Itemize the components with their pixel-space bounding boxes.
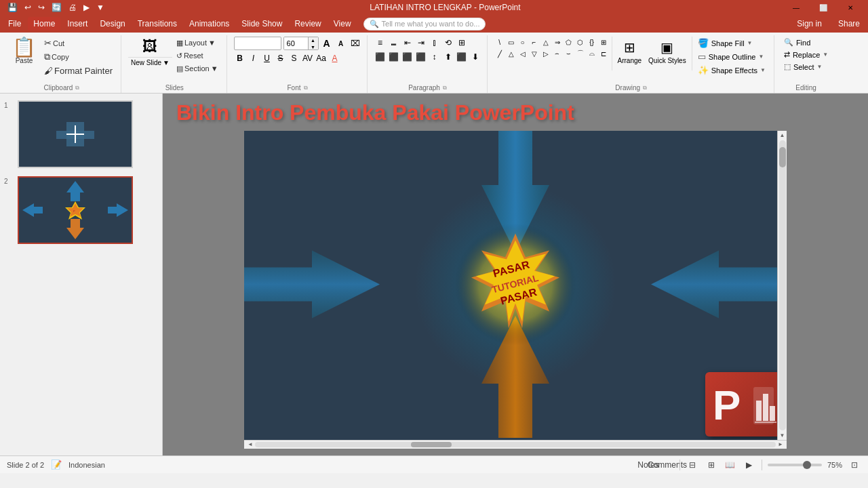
strikethrough-button[interactable]: S — [275, 52, 287, 64]
customize-arrow-icon[interactable]: ▼ — [94, 1, 106, 14]
menu-design[interactable]: Design — [94, 17, 130, 30]
text-align-bot-button[interactable]: ⬇ — [469, 51, 481, 63]
layout-button[interactable]: ▦ Layout ▼ — [174, 37, 221, 49]
shape-line[interactable]: \ — [494, 37, 505, 47]
shape-7[interactable]: {} — [587, 37, 597, 47]
slideshow-button[interactable]: ▶ — [743, 459, 756, 471]
reset-button[interactable]: ↺ Reset — [174, 49, 221, 62]
char-spacing-button[interactable]: AV — [302, 52, 314, 64]
autosave-icon[interactable]: 🔄 — [50, 1, 64, 14]
scroll-thumb[interactable] — [779, 147, 786, 167]
restore-button[interactable]: ⬜ — [811, 0, 835, 15]
clear-format-button[interactable]: ⌧ — [349, 37, 361, 49]
grow-font-button[interactable]: A — [321, 37, 333, 49]
menu-home[interactable]: Home — [28, 17, 60, 30]
format-painter-button[interactable]: 🖌 Format Painter — [41, 64, 115, 77]
select-button[interactable]: ⬚ Select ▼ — [781, 61, 831, 73]
save-icon[interactable]: 💾 — [5, 1, 20, 14]
comments-button[interactable]: Comments — [660, 459, 674, 471]
shape-a4[interactable]: ▽ — [529, 48, 540, 59]
notes-icon[interactable]: 📝 — [51, 460, 62, 470]
menu-view[interactable]: View — [328, 17, 357, 30]
italic-button[interactable]: I — [248, 52, 260, 64]
shape-rect[interactable]: ▭ — [506, 37, 517, 47]
shape-a7[interactable]: ⌣ — [564, 48, 574, 59]
slide-thumbnail-1[interactable]: 1 — [3, 99, 159, 169]
menu-animations[interactable]: Animations — [184, 17, 235, 30]
shape-corner[interactable]: ⌐ — [529, 37, 540, 47]
shape-tri[interactable]: △ — [540, 37, 551, 47]
zoom-slider[interactable] — [768, 464, 822, 466]
underline-button[interactable]: U — [261, 52, 273, 64]
font-name-input[interactable] — [234, 37, 281, 50]
new-slide-button[interactable]: 🖼 New Slide ▼ — [128, 37, 172, 68]
bullets-button[interactable]: ≡ — [374, 37, 387, 49]
redo-icon[interactable]: ↪ — [36, 1, 47, 14]
signin-button[interactable]: Sign in — [791, 17, 827, 30]
h-scroll-right-button[interactable]: ► — [776, 441, 785, 449]
font-expand-icon[interactable]: ⧉ — [304, 85, 308, 92]
shape-outline-button[interactable]: ▭ Shape Outline ▼ — [695, 50, 768, 63]
slide-sorter-button[interactable]: ⊞ — [705, 459, 718, 471]
font-size-decrease[interactable]: ▼ — [309, 43, 318, 50]
text-align-top-button[interactable]: ⬆ — [442, 51, 454, 63]
cut-button[interactable]: ✂ Cut — [41, 37, 115, 49]
menu-review[interactable]: Review — [289, 17, 326, 30]
replace-button[interactable]: ⇄ Replace ▼ — [781, 49, 831, 60]
normal-view-button[interactable]: ⊟ — [686, 459, 699, 471]
justify-button[interactable]: ⬛ — [415, 51, 427, 63]
shape-a9[interactable]: ⌓ — [587, 48, 597, 59]
tell-me-box[interactable]: 🔍 Tell me what you want to do... — [363, 18, 486, 30]
shrink-font-button[interactable]: A — [335, 37, 347, 49]
bold-button[interactable]: B — [234, 52, 246, 64]
decrease-indent-button[interactable]: ⇤ — [401, 37, 414, 49]
present-icon[interactable]: ▶ — [81, 1, 92, 14]
drawing-expand-icon[interactable]: ⧉ — [643, 85, 647, 92]
fit-slide-button[interactable]: ⊡ — [848, 459, 861, 471]
shape-5[interactable]: ⬠ — [564, 37, 574, 47]
font-size-input[interactable] — [284, 37, 308, 49]
slide-thumbnail-2[interactable]: 2 P — [3, 175, 159, 245]
line-spacing-button[interactable]: ↕ — [429, 51, 441, 63]
scroll-up-button[interactable]: ▲ — [778, 131, 787, 139]
h-scroll-left-button[interactable]: ◄ — [245, 441, 255, 449]
shape-a10[interactable]: ⊏ — [598, 48, 609, 59]
shape-a1[interactable]: ╱ — [494, 48, 505, 59]
text-direction-button[interactable]: ⟲ — [442, 37, 454, 49]
menu-transitions[interactable]: Transitions — [132, 17, 182, 30]
shape-a2[interactable]: △ — [506, 48, 517, 59]
minimize-button[interactable]: — — [784, 0, 808, 15]
textshadow-button[interactable]: S — [288, 52, 300, 64]
menu-insert[interactable]: Insert — [62, 17, 93, 30]
menu-file[interactable]: File — [3, 17, 26, 30]
numbering-button[interactable]: ⑉ — [388, 37, 400, 49]
align-center-button[interactable]: ⬛ — [388, 51, 400, 63]
columns-button[interactable]: ⫿ — [429, 37, 441, 49]
clipboard-expand-icon[interactable]: ⧉ — [75, 85, 79, 92]
zoom-thumb[interactable] — [803, 461, 811, 469]
scroll-down-button[interactable]: ▼ — [778, 432, 787, 440]
share-button[interactable]: Share — [833, 17, 865, 30]
align-left-button[interactable]: ⬛ — [374, 51, 387, 63]
close-button[interactable]: ✕ — [838, 0, 863, 15]
case-button[interactable]: Aa — [315, 52, 328, 64]
section-button[interactable]: ▤ Section ▼ — [174, 62, 221, 75]
h-scroll-thumb[interactable] — [411, 442, 452, 447]
shape-more[interactable]: ⊞ — [598, 37, 609, 47]
shape-arrow[interactable]: ⇒ — [552, 37, 563, 47]
font-size-increase[interactable]: ▲ — [309, 37, 318, 43]
shape-a8[interactable]: ⌒ — [575, 48, 586, 59]
print-icon[interactable]: 🖨 — [66, 1, 79, 14]
shape-circle[interactable]: ○ — [517, 37, 528, 47]
shape-6[interactable]: ⬡ — [575, 37, 586, 47]
find-button[interactable]: 🔍 Find — [781, 37, 831, 48]
shape-fill-button[interactable]: 🪣 Shape Fill ▼ — [695, 37, 768, 49]
shape-a6[interactable]: ⌢ — [552, 48, 563, 59]
slide-canvas[interactable]: PASAR TUTORIAL PASAR P — [244, 131, 787, 440]
shape-a5[interactable]: ▷ — [540, 48, 551, 59]
copy-button[interactable]: ⧉ Copy — [41, 50, 115, 64]
menu-slideshow[interactable]: Slide Show — [236, 17, 288, 30]
increase-indent-button[interactable]: ⇥ — [415, 37, 427, 49]
arrange-button[interactable]: ⊞ Arrange — [615, 37, 645, 67]
undo-icon[interactable]: ↩ — [22, 1, 33, 14]
